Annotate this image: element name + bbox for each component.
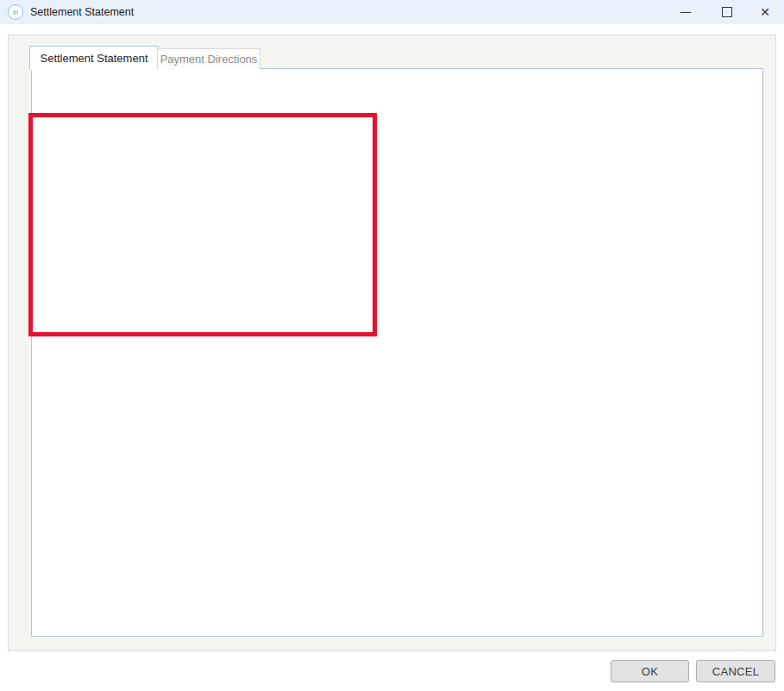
minimize-button[interactable] (667, 0, 705, 24)
tab-settlement-statement[interactable]: Settlement Statement (29, 46, 159, 70)
tab-payment-directions[interactable]: Payment Directions (157, 48, 260, 69)
close-icon: ✕ (760, 6, 770, 18)
close-button[interactable]: ✕ (746, 0, 784, 24)
maximize-button[interactable] (708, 0, 746, 24)
ok-button[interactable]: OK (611, 660, 689, 682)
settlement-statement-dialog: tri Settlement Statement ✕ Settlement St… (0, 0, 784, 691)
app-logo-icon: tri (8, 4, 23, 20)
window-title: Settlement Statement (30, 6, 134, 18)
minimize-icon (681, 12, 691, 13)
tab-content-panel (31, 68, 763, 637)
maximize-icon (722, 7, 732, 17)
cancel-button[interactable]: CANCEL (696, 660, 775, 682)
